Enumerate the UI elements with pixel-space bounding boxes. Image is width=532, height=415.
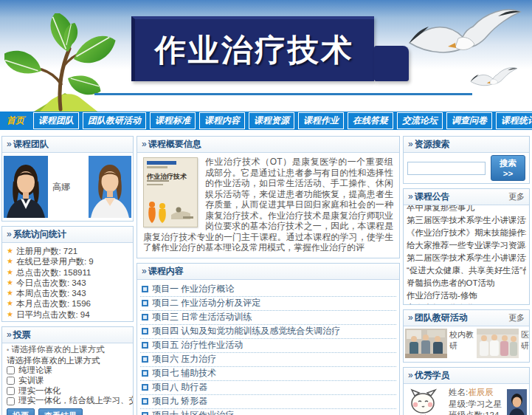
- nav-item[interactable]: 交流论坛: [397, 112, 443, 129]
- panel-visit-stats: 系统访问统计 ★ 注册用户数: 721 ★ 在线已登录用户数: 9: [1, 226, 134, 322]
- search-button[interactable]: 搜索 >>: [491, 155, 525, 181]
- page: 作业治疗技术 首页 课程团队 团队教研活动 课程标: [0, 0, 532, 415]
- course-content-item[interactable]: 项目七 辅助技术: [140, 367, 396, 381]
- student-star-label: 星级:: [449, 399, 468, 408]
- stats-list: ★ 注册用户数: 721 ★ 在线已登录用户数: 9 ★ 总点击次数: 1589…: [2, 243, 133, 321]
- book-subtitle-line: [147, 184, 163, 185]
- course-content-item-label: 项目四 认知及知觉功能训练及感觉统合失调治疗: [152, 325, 340, 337]
- course-content-item[interactable]: 项目五 治疗性作业活动: [140, 339, 396, 353]
- poll-option-checkbox[interactable]: [7, 366, 15, 374]
- course-content-item[interactable]: 项目四 认知及知觉功能训练及感觉统合失调治疗: [140, 325, 396, 339]
- course-content-item-label: 项目八 助行器: [152, 381, 207, 394]
- student-name-value: 崔辰辰: [468, 388, 494, 397]
- excellent-students-header: 优秀学员: [404, 368, 529, 384]
- teacher-photo: [89, 156, 131, 218]
- activity-photo[interactable]: [405, 329, 447, 358]
- poll-option-checkbox[interactable]: [7, 397, 15, 405]
- teacher-name: 高娜: [52, 181, 84, 193]
- square-bullet-icon: [142, 286, 148, 292]
- nav-item[interactable]: 课程资源: [249, 112, 294, 129]
- poll-topic-link[interactable]: 请选择你喜欢的上课方式: [7, 345, 128, 356]
- banner: 作业治疗技术: [0, 0, 532, 112]
- panel-team-activities: 团队教研活动 更多: [403, 309, 530, 363]
- course-content-item[interactable]: 项目八 助行器: [140, 381, 396, 395]
- square-bullet-icon: [142, 328, 148, 335]
- square-bullet-icon: [142, 300, 148, 306]
- resource-search-input[interactable]: [407, 162, 486, 175]
- poll-option: 理实一体化，结合线上学习、交流: [7, 396, 128, 406]
- nav-item[interactable]: 团队教研活动: [83, 112, 146, 129]
- course-content-item[interactable]: 项目一 作业治疗概论: [140, 283, 396, 297]
- course-content-item[interactable]: 项目三 日常生活活动训练: [140, 311, 396, 325]
- course-summary-header: 课程概要信息: [137, 137, 399, 153]
- poll-option: 实训课: [7, 376, 128, 386]
- book-figures: [146, 199, 195, 224]
- course-content-item[interactable]: 项目九 矫形器: [140, 395, 396, 409]
- nav-item[interactable]: 首页: [1, 112, 30, 129]
- student-photo: [507, 389, 527, 415]
- vote-button[interactable]: 投票: [7, 408, 35, 415]
- excellent-student-info: 姓名:崔辰辰 星级:学习之星 班级点数:124: [449, 387, 505, 415]
- announcements-more-link[interactable]: 更多: [508, 191, 525, 202]
- nav-item[interactable]: 课程作业: [298, 112, 344, 129]
- banner-divider-line: [94, 93, 472, 95]
- announcement-item[interactable]: 第二届医学技术系学生小讲课活动开始了！...: [407, 252, 526, 264]
- team-activities-more-link[interactable]: 更多: [508, 312, 525, 323]
- student-name-label: 姓名:: [449, 388, 468, 397]
- announcement-item[interactable]: 第三届医学技术系学生小讲课活动开始了！...: [407, 214, 526, 227]
- stat-text: 日平均点击次数: 94: [16, 309, 90, 320]
- activity-photo[interactable]: [477, 329, 519, 358]
- course-content-item[interactable]: 项目二 作业活动分析及评定: [140, 297, 396, 311]
- course-content-item-label: 项目一 作业治疗概论: [152, 283, 234, 295]
- nav-item[interactable]: 课程内容: [199, 112, 245, 129]
- course-content-item-label: 项目三 日常生活活动训练: [152, 311, 252, 323]
- poll-option-checkbox[interactable]: [7, 377, 15, 385]
- site-title: 作业治疗技术: [155, 30, 354, 71]
- announcement-item[interactable]: 《作业治疗技术》期末技能操作考试通知！: [407, 227, 526, 239]
- course-content-header: 课程内容: [137, 264, 399, 280]
- star-icon: ★: [7, 298, 13, 309]
- announcement-item[interactable]: 卒中康复那些事儿: [407, 205, 526, 214]
- stat-text: 在线已登录用户数: 9: [16, 256, 94, 267]
- poll-option-label: 理实一体化: [18, 386, 61, 397]
- announcement-item[interactable]: 给大家推荐一些专业课学习资源-智慧职教...: [407, 239, 526, 252]
- student-star-row: 星级:学习之星: [449, 399, 505, 411]
- panel-excellent-students: 优秀学员: [403, 367, 530, 415]
- nav-item[interactable]: 课程团队: [33, 112, 79, 129]
- course-content-item-label: 项目五 治疗性作业活动: [152, 339, 243, 351]
- square-bullet-icon: [142, 342, 148, 349]
- announcements-header: 课程公告 更多: [404, 189, 529, 205]
- stat-item: ★ 今日点击次数: 343: [7, 278, 128, 288]
- team-activities-header: 团队教研活动 更多: [404, 310, 529, 326]
- course-content-item[interactable]: 项目十 社区作业治疗: [140, 409, 396, 415]
- announcement-item[interactable]: 卒中康复那些事儿: [407, 302, 526, 304]
- view-results-button[interactable]: 查看结果: [38, 408, 83, 415]
- announcement-item[interactable]: “促进大众健康、共享美好生活”作业治疗...: [407, 264, 526, 277]
- poll-title: 投票: [7, 329, 31, 341]
- course-summary-title: 课程概要信息: [142, 138, 201, 151]
- poll-header: 投票: [2, 327, 133, 343]
- poll-option-checkbox[interactable]: [7, 387, 15, 395]
- seagulls-image: [408, 0, 532, 100]
- course-content-item[interactable]: 项目六 压力治疗: [140, 353, 396, 367]
- nav-item[interactable]: 在线答疑: [348, 112, 393, 129]
- student-star-value: 学习之星: [468, 399, 502, 408]
- square-bullet-icon: [142, 412, 148, 415]
- announcement-item[interactable]: 作业治疗活动-修饰: [407, 289, 526, 302]
- excellent-student-row: 姓名:崔辰辰 星级:学习之星 班级点数:124: [404, 384, 529, 415]
- square-bullet-icon: [142, 398, 148, 405]
- star-icon: ★: [7, 267, 13, 278]
- announcement-item[interactable]: 脊髓损伤患者的OT活动: [407, 277, 526, 289]
- nav-item[interactable]: 调查问卷: [446, 112, 492, 129]
- nav-item[interactable]: 课程标准: [150, 112, 196, 129]
- poll-option-label: 纯理论课: [18, 366, 52, 376]
- stat-text: 本周点击次数: 343: [16, 288, 86, 298]
- resource-search-title: 资源搜索: [408, 138, 450, 151]
- nav-item[interactable]: 课程统计: [496, 112, 532, 129]
- poll-option-label: 理实一体化，结合线上学习、交流: [18, 396, 134, 406]
- poll-question: 请选择你喜欢的上课方式: [7, 356, 128, 366]
- course-content-item-label: 项目十 社区作业治疗: [152, 409, 234, 415]
- announcements-viewport: 卒中康复那些事儿 第三届医学技术系学生小讲课活动开始了！... 《作业治疗技术》…: [404, 205, 529, 304]
- plant-image: [4, 13, 121, 112]
- resource-search-body: 搜索 >>: [404, 153, 529, 183]
